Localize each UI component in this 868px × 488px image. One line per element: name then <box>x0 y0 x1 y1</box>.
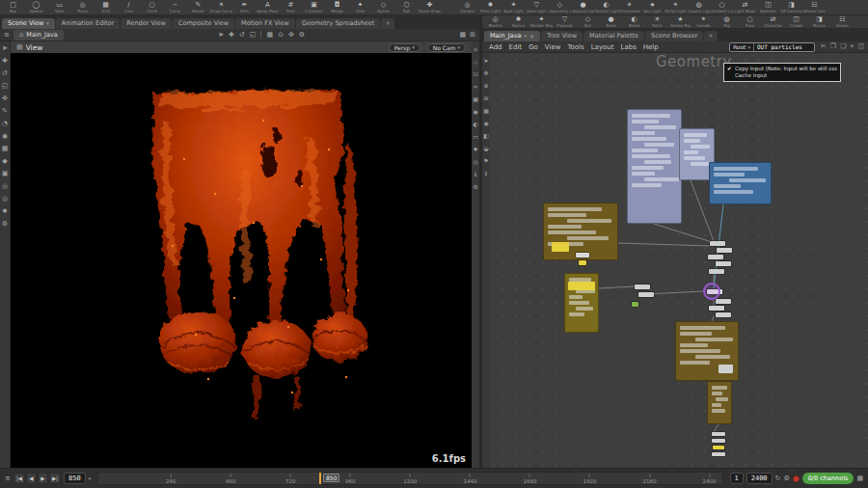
close-icon[interactable]: ✕ <box>529 31 534 41</box>
network-node[interactable] <box>709 269 724 274</box>
frame-all-icon[interactable]: ⊞ <box>470 31 475 40</box>
shelf-tool-blend[interactable]: ◐Blend <box>623 14 645 29</box>
scissors-icon[interactable]: ✂ <box>821 42 827 51</box>
shelf-tool-draw-curve[interactable]: ✶Draw Curve <box>210 0 232 14</box>
network-node[interactable] <box>576 253 589 258</box>
rotate-icon[interactable]: ↺ <box>2 69 8 78</box>
settings-icon[interactable]: ⚙ <box>783 474 789 483</box>
content-tab-main-java[interactable]: ⌂ Main_Java <box>14 30 64 41</box>
node-cluster-f[interactable] <box>675 321 739 381</box>
tab-material-palette[interactable]: Material Palette <box>583 31 644 41</box>
network-editor-canvas[interactable]: ➤✥⊕⊞▦◉◧◒⚑ℹ Geometry ✔Copy Input (Note: I… <box>482 53 868 468</box>
current-frame-field[interactable]: 850 <box>64 473 86 484</box>
shelf-tool-volume-light[interactable]: ●Volume Light <box>572 0 594 14</box>
home-icon[interactable]: ⌂ <box>474 44 477 53</box>
rotate-icon[interactable]: ↺ <box>239 31 245 40</box>
shelf-tool-portal-light[interactable]: ✴Portal Light <box>665 0 687 14</box>
sculpt-icon[interactable]: ◔ <box>2 120 8 128</box>
step-back-button[interactable]: ◀ <box>26 473 37 484</box>
shelf-tool-vr-camera[interactable]: ◨VR Camera <box>780 0 802 14</box>
camera-icon[interactable]: ◎ <box>2 195 8 203</box>
network-node[interactable] <box>712 439 725 443</box>
shelf-tool-null[interactable]: ◇Null <box>577 14 599 29</box>
shelf-tool-stereo-camera[interactable]: ☷Stereo Camera <box>803 0 826 14</box>
paste-icon[interactable]: ❏ <box>840 42 846 51</box>
select-icon[interactable]: ➤ <box>2 44 8 53</box>
select-icon[interactable]: ➤ <box>218 31 224 40</box>
network-node[interactable] <box>716 299 731 304</box>
shelf-tool-quick-shapes[interactable]: ✚Quick Shapes <box>419 0 441 14</box>
info-icon[interactable]: ℹ <box>475 170 476 178</box>
shelf-tool-fetch[interactable]: ☀Fetch <box>646 14 668 29</box>
shelf-tool-sky-light[interactable]: ★Sky Light <box>641 0 664 14</box>
shelf-tool-sphere[interactable]: ◯Sphere <box>25 0 47 14</box>
shelf-tool-terrain[interactable]: ◨Terrain <box>808 14 830 29</box>
lights-icon[interactable]: ✹ <box>2 207 8 216</box>
caret-down-icon[interactable]: ▾ <box>89 475 92 481</box>
overlay-icon[interactable]: ◫ <box>857 42 864 51</box>
network-node[interactable] <box>716 312 731 317</box>
shelf-tool-hole[interactable]: ✦Hole <box>349 0 371 14</box>
snap-icon[interactable]: ◉ <box>473 107 477 116</box>
shelf-tool-mantra[interactable]: ◎Mantra <box>484 14 506 29</box>
network-node[interactable] <box>712 432 725 436</box>
menu-tools[interactable]: Tools <box>564 43 586 51</box>
snap-icon[interactable]: ◉ <box>2 132 8 141</box>
handles-icon[interactable]: ✜ <box>288 31 294 40</box>
camera-icon[interactable]: ◎ <box>473 157 477 166</box>
frame-view-icon[interactable]: ⊡ <box>473 69 477 78</box>
shelf-tool-bone[interactable]: ●Bone <box>600 14 622 29</box>
shelf-tool-l-system[interactable]: ▣L-System <box>303 0 325 14</box>
translate-icon[interactable]: ✚ <box>229 31 234 40</box>
search-scope-button[interactable]: Root ▾ <box>730 43 754 51</box>
settings-icon[interactable]: ⚙ <box>299 31 305 40</box>
node-cluster-g[interactable] <box>707 381 732 424</box>
shelf-tool-font[interactable]: #Font <box>280 0 302 14</box>
shade-icon[interactable]: ◐ <box>473 120 477 128</box>
shelf-tool-rail[interactable]: ⬡Rail <box>395 0 418 14</box>
network-node[interactable] <box>709 306 724 311</box>
grid-icon[interactable]: ▦ <box>459 31 466 40</box>
shelf-tool-caustic-light[interactable]: ◍Caustic Light <box>688 0 710 14</box>
shelf-tool-geometry-light[interactable]: ◇Geometry Light <box>549 0 571 14</box>
context-menu-item[interactable]: ✔Copy Input (Note: Input will be still c… <box>727 66 837 72</box>
node-cluster-c[interactable] <box>709 162 772 204</box>
shelf-tool-distant-light[interactable]: ◐Distant Light <box>595 0 617 14</box>
shelf-tool-handle[interactable]: ✴Handle <box>692 14 715 29</box>
network-node[interactable] <box>710 241 725 246</box>
network-search-input[interactable] <box>754 43 814 50</box>
tab-animation-editor[interactable]: Animation Editor <box>56 18 120 29</box>
brush-icon[interactable]: ✎ <box>2 107 8 116</box>
menu-layout[interactable]: Layout <box>588 43 617 51</box>
menu-edit[interactable]: Edit <box>506 43 526 51</box>
viewport-canvas[interactable]: 6.1fps <box>11 53 472 468</box>
scale-icon[interactable]: ◱ <box>250 31 257 40</box>
shelf-tool-pose[interactable]: ○Pose <box>739 14 761 29</box>
play-button[interactable]: ▶ <box>38 473 48 484</box>
menu-view[interactable]: View <box>542 43 564 51</box>
keyframe-icon[interactable]: ◆ <box>2 157 7 166</box>
camera-menu-button[interactable]: No Cam ▾ <box>427 43 466 52</box>
node-cluster-e[interactable] <box>564 273 599 333</box>
shelf-tool-line[interactable]: /Line <box>118 0 140 14</box>
menu-add[interactable]: Add <box>486 43 505 51</box>
shelf-tool-area-light[interactable]: ▽Area Light <box>526 0 548 14</box>
range-start-field[interactable]: 1 <box>730 473 744 484</box>
playbar-menu-icon[interactable]: ≡ <box>5 474 11 483</box>
shelf-tool-flipbook[interactable]: ▽Flipbook <box>554 14 576 29</box>
network-node[interactable] <box>712 452 725 456</box>
tab-tree-view[interactable]: Tree View <box>541 31 583 41</box>
node-cluster-a[interactable] <box>627 109 682 224</box>
tab-motion-fx-view[interactable]: Motion FX View <box>235 18 295 29</box>
shelf-tool-tube[interactable]: ▭Tube <box>48 0 70 14</box>
shelf-tool-character[interactable]: ⇄Character <box>762 14 784 29</box>
shelf-tool-grid[interactable]: ▦Grid <box>95 0 117 14</box>
handles-icon[interactable]: ✜ <box>2 95 8 103</box>
shelf-tool-camera[interactable]: ◎Camera <box>456 0 478 14</box>
shelf-tool-karma[interactable]: ✹Karma <box>507 14 529 29</box>
snap-point-icon[interactable]: ⊙ <box>278 31 284 40</box>
snap-grid-icon[interactable]: ▦ <box>266 31 273 40</box>
shelf-tool-box[interactable]: ▢Box <box>2 0 24 14</box>
range-end-field[interactable]: 2400 <box>746 473 773 484</box>
pin-icon[interactable]: ⌖ <box>850 42 854 51</box>
